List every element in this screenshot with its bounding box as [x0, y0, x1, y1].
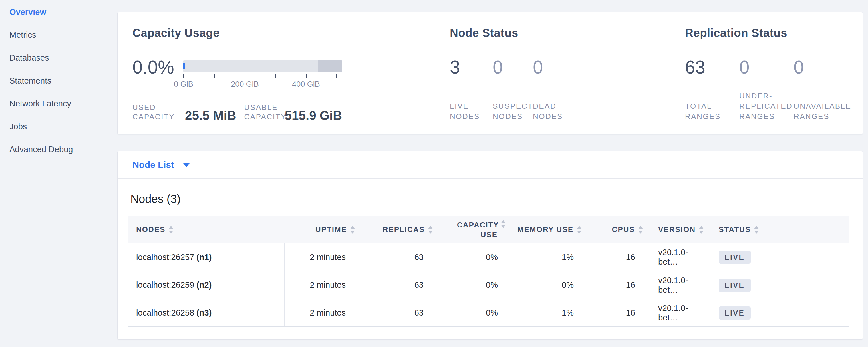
capacity-bar-used-marker [183, 63, 185, 69]
status-cell: LIVE [706, 271, 848, 299]
memory-use-cell: 0% [508, 271, 584, 299]
column-header-nodes[interactable]: NODES [128, 216, 284, 244]
version-cell: v20.1.0-bet… [645, 299, 706, 327]
memory-use-cell: 1% [508, 299, 584, 327]
nodes-table: NODES UPTIME REPLICAS CAPACITY USE MEMOR [128, 216, 848, 327]
admin-ui: Overview Metrics Databases Statements Ne… [0, 0, 868, 347]
total-ranges-label: TOTAL RANGES [685, 101, 739, 122]
node-list-card: Node List Nodes (3) NODES [117, 151, 863, 340]
sort-icon[interactable] [428, 226, 433, 234]
replication-status-title: Replication Status [685, 27, 851, 39]
under-replicated-ranges-value: 0 [739, 58, 794, 76]
node-status-metrics: 3 LIVE NODES 0 SUSPECT NODES [450, 60, 685, 122]
sidebar-item-network-latency[interactable]: Network Latency [0, 92, 117, 115]
sidebar-nav: Overview Metrics Databases Statements Ne… [0, 1, 117, 161]
table-row-node-3[interactable]: localhost:26258 (n3) 2 minutes 63 0% 1% … [128, 299, 848, 327]
capacity-bar-chart: 0 GiB 200 GiB 400 GiB [183, 60, 342, 89]
capacity-bar-dark-segment [318, 60, 342, 72]
status-badge: LIVE [719, 306, 751, 319]
sort-icon[interactable] [638, 226, 643, 234]
main-content: Capacity Usage 0.0% [117, 0, 868, 347]
under-replicated-ranges-metric: 0 UNDER- REPLICATED RANGES [739, 60, 794, 122]
node-list-dropdown-label: Node List [132, 160, 174, 170]
column-header-capacity-use[interactable]: CAPACITY USE [435, 216, 508, 244]
usable-capacity-label: USABLE CAPACITY [244, 103, 285, 122]
suspect-nodes-metric: 0 SUSPECT NODES [493, 60, 533, 122]
column-header-replicas[interactable]: REPLICAS [357, 216, 435, 244]
sidebar: Overview Metrics Databases Statements Ne… [0, 0, 117, 347]
capacity-use-cell: 0% [435, 244, 508, 271]
column-header-uptime[interactable]: UPTIME [284, 216, 357, 244]
node-list-dropdown[interactable]: Node List [132, 160, 190, 170]
usable-capacity-stat: USABLE CAPACITY 515.9 GiB [244, 103, 342, 122]
cpus-cell: 16 [584, 299, 645, 327]
unavailable-ranges-metric: 0 UNAVAILABLE RANGES [794, 60, 851, 122]
replicas-cell: 63 [357, 271, 435, 299]
live-nodes-metric: 3 LIVE NODES [450, 60, 493, 122]
sort-icon[interactable] [699, 226, 704, 234]
version-cell: v20.1.0-bet… [645, 244, 706, 271]
axis-label-200: 200 GiB [231, 80, 259, 89]
cpus-cell: 16 [584, 244, 645, 271]
sort-icon[interactable] [577, 226, 582, 234]
unavailable-ranges-label: UNAVAILABLE RANGES [794, 101, 851, 122]
sort-icon[interactable] [501, 220, 506, 228]
capacity-stats: USED CAPACITY 25.5 MiB USABLE CAPACITY 5… [132, 103, 450, 122]
sort-icon[interactable] [754, 226, 759, 234]
total-ranges-value: 63 [685, 58, 739, 76]
chevron-down-icon [183, 163, 190, 167]
nodes-table-title: Nodes (3) [130, 192, 863, 206]
replication-status-section: Replication Status 63 TOTAL RANGES 0 UND… [685, 27, 851, 122]
replicas-cell: 63 [357, 244, 435, 271]
sidebar-item-metrics[interactable]: Metrics [0, 24, 117, 46]
sidebar-item-databases[interactable]: Databases [0, 46, 117, 69]
usable-capacity-value: 515.9 GiB [285, 109, 342, 122]
node-status-title: Node Status [450, 27, 685, 39]
sidebar-item-advanced-debug[interactable]: Advanced Debug [0, 138, 117, 161]
total-ranges-metric: 63 TOTAL RANGES [685, 60, 739, 122]
live-nodes-label: LIVE NODES [450, 101, 493, 122]
used-capacity-stat: USED CAPACITY 25.5 MiB [132, 103, 236, 122]
sort-icon[interactable] [350, 226, 355, 234]
unavailable-ranges-value: 0 [794, 58, 851, 76]
table-row-node-2[interactable]: localhost:26259 (n2) 2 minutes 63 0% 0% … [128, 271, 848, 299]
cpus-cell: 16 [584, 271, 645, 299]
node-address-cell[interactable]: localhost:26258 (n3) [128, 299, 284, 327]
status-cell: LIVE [706, 244, 848, 271]
dead-nodes-metric: 0 DEAD NODES [533, 60, 563, 122]
status-badge: LIVE [719, 279, 751, 292]
column-header-status[interactable]: STATUS [706, 216, 848, 244]
status-badge: LIVE [719, 251, 751, 264]
axis-label-0: 0 GiB [174, 80, 193, 89]
node-address-cell[interactable]: localhost:26257 (n1) [128, 244, 284, 271]
view-selector-row: Node List [118, 151, 863, 178]
capacity-axis: 0 GiB 200 GiB 400 GiB [183, 72, 342, 89]
memory-use-cell: 1% [508, 244, 584, 271]
dead-nodes-value: 0 [533, 58, 563, 76]
table-row-node-1[interactable]: localhost:26257 (n1) 2 minutes 63 0% 1% … [128, 244, 848, 271]
suspect-nodes-label: SUSPECT NODES [493, 101, 533, 122]
column-header-version[interactable]: VERSION [645, 216, 706, 244]
axis-label-400: 400 GiB [292, 80, 320, 89]
replicas-cell: 63 [357, 299, 435, 327]
uptime-cell: 2 minutes [284, 299, 357, 327]
capacity-bar-track [183, 60, 342, 72]
sidebar-item-jobs[interactable]: Jobs [0, 115, 117, 138]
dead-nodes-label: DEAD NODES [533, 101, 563, 122]
sort-icon[interactable] [169, 226, 173, 234]
capacity-use-cell: 0% [435, 271, 508, 299]
nodes-table-header-row: NODES UPTIME REPLICAS CAPACITY USE MEMOR [128, 216, 848, 244]
node-status-section: Node Status 3 LIVE NODES 0 SUSPECT NODE [450, 27, 685, 122]
cluster-summary-card: Capacity Usage 0.0% [117, 12, 863, 134]
replication-metrics: 63 TOTAL RANGES 0 UNDER- REPLICATED RANG… [685, 60, 851, 122]
sidebar-item-overview[interactable]: Overview [0, 1, 117, 24]
under-replicated-ranges-label: UNDER- REPLICATED RANGES [739, 91, 794, 122]
capacity-used-percent: 0.0% [132, 58, 183, 76]
column-header-memory-use[interactable]: MEMORY USE [508, 216, 584, 244]
capacity-use-cell: 0% [435, 299, 508, 327]
node-address-cell[interactable]: localhost:26259 (n2) [128, 271, 284, 299]
column-header-cpus[interactable]: CPUS [584, 216, 645, 244]
sidebar-item-statements[interactable]: Statements [0, 69, 117, 92]
uptime-cell: 2 minutes [284, 244, 357, 271]
version-cell: v20.1.0-bet… [645, 271, 706, 299]
